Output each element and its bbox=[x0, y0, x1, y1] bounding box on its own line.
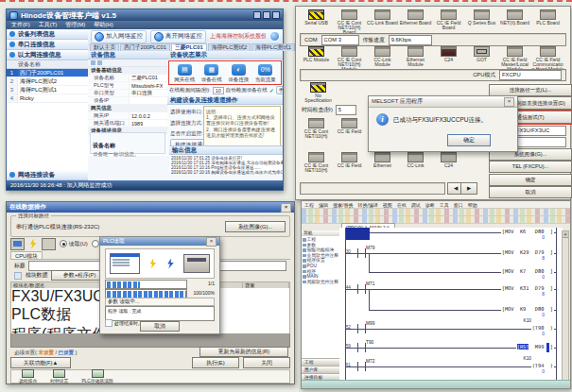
titlebar[interactable]: Hinode设备管理客户端 v1.5 bbox=[7, 9, 283, 21]
maximize-icon[interactable] bbox=[263, 11, 270, 19]
ladder-rung-branch[interactable]: [MOV K9 D80 ] 0 bbox=[369, 301, 556, 318]
leave-monitor-button[interactable]: 离开网络监控 bbox=[150, 30, 206, 43]
plc-interface-option[interactable]: Ethernet Module bbox=[399, 46, 432, 72]
sidebar-footer[interactable]: 网络连接设备 bbox=[7, 170, 88, 180]
ladder-editing-area[interactable]: [MOV K6 D80 ] 0 30 M79 [MOV K29 D79 ] 8 … bbox=[339, 228, 563, 381]
device-tab[interactable]: 三菱PLC01 bbox=[171, 43, 207, 51]
toolbar-row-1[interactable] bbox=[302, 209, 570, 216]
pc-interface-option[interactable]: NET(II) Board bbox=[498, 9, 531, 35]
menu-item[interactable]: 在线 bbox=[397, 202, 407, 208]
close-icon[interactable] bbox=[272, 11, 280, 19]
ok-button[interactable]: 确定 bbox=[447, 134, 491, 146]
manual-check-button[interactable]: 手动检测设备在线 bbox=[276, 86, 283, 94]
titlebar[interactable]: MELSOFT 应用程序 bbox=[369, 96, 517, 108]
pc-interface-option[interactable]: Q Series Bus bbox=[465, 9, 498, 35]
ok-button[interactable]: 确定 bbox=[489, 174, 572, 186]
module-data-checkbox[interactable] bbox=[14, 272, 22, 280]
coexistence-route-option[interactable]: C24 bbox=[432, 152, 465, 173]
sort-icon[interactable] bbox=[91, 60, 95, 65]
menu-item[interactable]: 工具(T) bbox=[39, 21, 58, 29]
close-icon[interactable] bbox=[281, 203, 291, 213]
window-controls[interactable] bbox=[253, 11, 280, 19]
menu-item[interactable]: 转换/编译 bbox=[357, 202, 377, 208]
cancel-button[interactable]: 取消 bbox=[140, 321, 180, 332]
related-function-item[interactable]: PLC存储器清除 bbox=[81, 369, 113, 383]
network-route-option[interactable]: CC IE Cont NET/10(H) bbox=[300, 118, 333, 139]
ladder-rung[interactable]: 52 M99 K10 (T90 ) 0 bbox=[346, 320, 556, 337]
radio-read[interactable]: 读取(U) bbox=[60, 240, 88, 248]
titlebar[interactable]: 在线数据操作 bbox=[7, 202, 294, 213]
menu-item[interactable]: 窗口 bbox=[454, 202, 463, 208]
property-row[interactable]: 串口类型 串口连接 bbox=[88, 90, 167, 97]
time-check-field[interactable]: 5 bbox=[336, 105, 356, 115]
interval-input[interactable]: 10 bbox=[213, 87, 224, 94]
coexistence-route-option[interactable]: CC-Link bbox=[399, 152, 432, 173]
ladder-rung[interactable]: 61 M72 K10 (T94 ) 0 bbox=[346, 358, 556, 375]
plc-interface-option[interactable]: CC IE Field Master/Local Module bbox=[498, 46, 531, 72]
plc-interface-option[interactable]: C24 bbox=[432, 46, 465, 72]
next-route-button[interactable]: ▶ bbox=[460, 182, 477, 195]
close-button[interactable]: 关闭 bbox=[243, 357, 290, 368]
menu-item[interactable]: 诊断 bbox=[425, 202, 435, 208]
plc-interface-option[interactable]: CC IE Cont NET/10(H) Module bbox=[333, 46, 366, 72]
coexistence-route-option[interactable]: Ethernet bbox=[366, 152, 399, 173]
related-function-item[interactable]: 时钟设置 bbox=[50, 369, 68, 383]
categorize-icon[interactable] bbox=[97, 60, 102, 65]
system-image-button[interactable]: 系统图像(G)... bbox=[225, 221, 286, 232]
plc-interface-option[interactable]: GOT bbox=[465, 46, 498, 72]
titlebar[interactable]: PLC读取 bbox=[100, 237, 219, 246]
network-route-option[interactable]: CC IE Field bbox=[333, 118, 366, 139]
execute-button[interactable]: 执行(E) bbox=[192, 357, 239, 368]
other-station-option[interactable]: No Specification bbox=[302, 82, 335, 103]
coexistence-route-option[interactable]: CC IE Cont NET/10(H) bbox=[300, 152, 333, 173]
sidebar-group-header[interactable]: 设备列表信息 bbox=[7, 29, 88, 40]
minimize-icon[interactable] bbox=[253, 11, 261, 19]
property-row[interactable]: 网关信息 bbox=[88, 105, 167, 112]
cancel-button[interactable]: 取消 bbox=[489, 186, 572, 198]
tree-item[interactable]: 局部软元件注释 bbox=[303, 280, 338, 285]
menu-item[interactable]: 搜索/替换 bbox=[333, 202, 353, 208]
refresh-info-button[interactable]: 更新为最新的信息(R) bbox=[199, 347, 288, 357]
menu-item[interactable]: 视图 bbox=[383, 202, 392, 208]
join-monitor-button[interactable]: 加入网络监控 bbox=[91, 30, 147, 43]
property-row[interactable]: 网关通讯端口 1989 bbox=[88, 120, 167, 128]
coexistence-route-option[interactable]: CC IE Field bbox=[333, 152, 366, 173]
stack-button[interactable]: 工程 bbox=[302, 358, 339, 366]
ladder-rung[interactable]: 44 M71 [MOV K31 D79 ] 8 bbox=[346, 281, 556, 298]
close-icon[interactable] bbox=[206, 237, 217, 247]
sidebar-group-header[interactable]: 串口连接信息 bbox=[7, 40, 88, 50]
property-row[interactable]: PLC型号 Mitsubishi-FX bbox=[88, 82, 167, 90]
pc-interface-option[interactable]: PLC Board bbox=[531, 9, 564, 35]
menu-item[interactable]: 工程 bbox=[304, 202, 314, 208]
device-row[interactable]: 3 海得PLC测试1 bbox=[7, 86, 88, 94]
property-row[interactable]: 设备IP bbox=[88, 97, 167, 105]
menu-item[interactable]: 帮助(H) bbox=[94, 21, 113, 29]
related-function-item[interactable]: 远程操作 bbox=[19, 369, 37, 383]
property-row[interactable]: 设备基础信息 bbox=[88, 67, 167, 75]
property-row[interactable]: 设备名称 三菱PLC01 bbox=[88, 75, 167, 82]
vertical-scrollbar[interactable]: ▲ bbox=[562, 230, 569, 381]
pc-interface-option[interactable]: CC IE Field Board bbox=[432, 9, 465, 35]
ladder-rung[interactable]: 59 T90 [RST M99 ] bbox=[346, 339, 556, 356]
selected-cell-cursor[interactable] bbox=[346, 228, 370, 240]
plc-interface-option[interactable]: PLC Module bbox=[300, 46, 333, 72]
device-tab[interactable]: 西门子200PLC01 bbox=[120, 43, 170, 51]
baud-rate-field[interactable]: 9.6Kbps bbox=[389, 35, 432, 45]
scroll-up-icon[interactable]: ▲ bbox=[563, 231, 568, 238]
device-tab[interactable]: 海得PLC测试1 bbox=[251, 43, 295, 51]
pc-interface-option[interactable]: Ethernet Board bbox=[399, 9, 432, 35]
menu-item[interactable]: 工具 bbox=[440, 202, 449, 208]
menu-item[interactable]: 管理(M) bbox=[65, 21, 85, 29]
close-icon[interactable] bbox=[504, 97, 514, 107]
pc-interface-option[interactable]: Serial USB bbox=[300, 9, 333, 35]
related-functions-button[interactable]: 关联功能(F)▲ bbox=[10, 357, 71, 368]
pc-interface-option[interactable]: CC IE Cont NET/10(H) Board bbox=[333, 9, 366, 35]
plc-interface-option[interactable]: CC-Link Module bbox=[366, 46, 399, 72]
menu-item[interactable]: 帮助 bbox=[468, 202, 477, 208]
com-port-field[interactable]: COM 3 bbox=[321, 35, 359, 45]
ladder-rung-branch[interactable]: [MOV K7 D80 ] 0 bbox=[369, 264, 556, 281]
checkbox-checked-icon[interactable]: ✓ bbox=[269, 87, 274, 94]
device-row[interactable]: 4 Ricky bbox=[7, 94, 88, 103]
property-row[interactable]: 网关IP 12.0.0.2 bbox=[88, 112, 167, 120]
property-grid-toolbar[interactable] bbox=[88, 60, 167, 67]
